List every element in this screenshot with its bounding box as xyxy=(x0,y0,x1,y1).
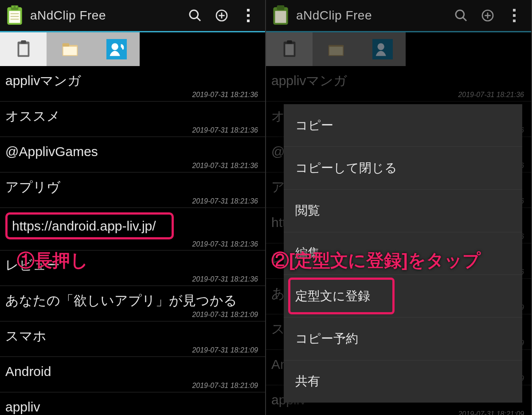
svg-point-24 xyxy=(456,10,464,19)
svg-rect-15 xyxy=(21,40,26,44)
svg-rect-2 xyxy=(11,5,19,10)
clip-timestamp: 2019-07-31 18:21:09 xyxy=(5,382,260,390)
clip-title: アプリヴ xyxy=(5,177,260,196)
clip-timestamp: 2019-07-31 18:21:36 xyxy=(5,162,260,170)
action-bar: aNdClip Free xyxy=(0,0,265,31)
tab-clipboard[interactable] xyxy=(266,32,313,66)
clip-timestamp: 2019-07-31 18:21:36 xyxy=(271,91,526,99)
svg-rect-31 xyxy=(287,40,292,44)
clip-title: あなたの「欲しいアプリ」が見つかる xyxy=(5,291,260,310)
menu-item-label: 定型文に登録 xyxy=(295,288,370,305)
tab-folder[interactable] xyxy=(47,32,93,66)
menu-item-label: コピーして閉じる xyxy=(295,160,397,176)
tab-contacts[interactable] xyxy=(93,32,140,66)
app-icon xyxy=(270,4,292,27)
list-item[interactable]: あなたの「欲しいアプリ」が見つかる 2019-07-31 18:21:09 xyxy=(0,286,265,321)
menu-item-label: コピー xyxy=(295,117,333,134)
svg-rect-33 xyxy=(329,47,343,55)
svg-rect-22 xyxy=(275,11,286,23)
clip-title: applivマンガ xyxy=(271,71,526,90)
menu-item-copy[interactable]: コピー xyxy=(284,104,522,147)
menu-item-view[interactable]: 閲覧 xyxy=(284,190,522,232)
menu-item-label: 編集 xyxy=(295,245,320,262)
list-item[interactable]: アプリヴ 2019-07-31 18:21:36 xyxy=(0,172,265,208)
list-item: applivマンガ 2019-07-31 18:21:36 xyxy=(266,66,531,102)
clip-title: オススメ xyxy=(5,106,260,125)
clip-timestamp: 2019-07-31 18:21:36 xyxy=(5,197,260,205)
tab-folder[interactable] xyxy=(313,32,359,66)
svg-point-35 xyxy=(377,43,384,50)
search-button[interactable] xyxy=(448,2,474,29)
svg-rect-14 xyxy=(19,44,27,55)
svg-point-8 xyxy=(190,10,198,19)
clip-title: Android xyxy=(5,362,260,381)
svg-rect-30 xyxy=(285,44,293,55)
list-item-highlighted[interactable]: https://android.app-liv.jp/ 2019-07-31 1… xyxy=(0,208,265,251)
tab-row xyxy=(0,32,265,66)
svg-rect-18 xyxy=(63,47,77,55)
svg-point-20 xyxy=(111,43,118,50)
app-title: aNdClip Free xyxy=(30,8,182,23)
tab-filler xyxy=(406,32,531,66)
menu-item-register-template[interactable]: 定型文に登録 xyxy=(284,275,522,317)
menu-item-copy-reserve[interactable]: コピー予約 xyxy=(284,317,522,360)
tab-contacts[interactable] xyxy=(359,32,406,66)
menu-item-copy-close[interactable]: コピーして閉じる xyxy=(284,147,522,189)
tab-filler xyxy=(140,32,265,66)
svg-point-4 xyxy=(16,6,17,8)
menu-item-edit[interactable]: 編集 xyxy=(284,232,522,275)
clip-list[interactable]: applivマンガ 2019-07-31 18:21:36 オススメ 2019-… xyxy=(0,66,265,415)
clip-timestamp: 2019-07-31 18:21:36 xyxy=(5,275,260,283)
svg-line-25 xyxy=(463,17,466,21)
screenshot-left: aNdClip Free xyxy=(0,0,266,415)
tab-clipboard[interactable] xyxy=(0,32,47,66)
list-item[interactable]: レビュー 2019-07-31 18:21:36 xyxy=(0,251,265,286)
menu-item-label: 閲覧 xyxy=(295,202,320,219)
search-button[interactable] xyxy=(182,2,208,29)
list-item[interactable]: Android 2019-07-31 18:21:09 xyxy=(0,357,265,392)
tab-row xyxy=(266,32,531,66)
overflow-menu-button[interactable] xyxy=(501,2,528,29)
clip-title: https://android.app-liv.jp/ xyxy=(5,212,174,239)
list-item[interactable]: オススメ 2019-07-31 18:21:36 xyxy=(0,102,265,137)
menu-item-share[interactable]: 共有 xyxy=(284,360,522,403)
clip-timestamp: 2019-07-31 18:21:36 xyxy=(5,91,260,99)
list-item[interactable]: @ApplivGames 2019-07-31 18:21:36 xyxy=(0,137,265,172)
svg-rect-17 xyxy=(62,43,69,47)
overflow-menu-button[interactable] xyxy=(235,2,262,29)
add-button[interactable] xyxy=(208,2,235,29)
context-menu: コピー コピーして閉じる 閲覧 編集 定型文に登録 コピー予約 共有 xyxy=(284,104,522,403)
screenshot-right: aNdClip Free appl xyxy=(266,0,532,415)
clip-title: スマホ xyxy=(5,326,260,345)
svg-rect-23 xyxy=(277,5,285,10)
list-item[interactable]: applivマンガ 2019-07-31 18:21:36 xyxy=(0,66,265,102)
menu-item-label: コピー予約 xyxy=(295,330,358,347)
action-bar: aNdClip Free xyxy=(266,0,531,31)
clip-timestamp: 2019-07-31 18:21:09 xyxy=(271,410,526,415)
clip-title: applivマンガ xyxy=(5,71,260,90)
svg-line-9 xyxy=(197,17,200,21)
menu-item-label: 共有 xyxy=(295,373,320,390)
clip-title: appliv xyxy=(5,397,260,415)
svg-point-3 xyxy=(12,6,14,8)
app-icon xyxy=(4,4,26,27)
add-button[interactable] xyxy=(474,2,501,29)
clip-timestamp: 2019-07-31 18:21:36 xyxy=(5,126,260,134)
clip-title: @ApplivGames xyxy=(5,142,260,161)
overflow-icon xyxy=(513,9,516,22)
clip-timestamp: 2019-07-31 18:21:36 xyxy=(5,240,260,248)
clip-title: レビュー xyxy=(5,255,260,274)
app-title: aNdClip Free xyxy=(296,8,448,23)
list-item[interactable]: appliv 2019-07-31 18:21:09 xyxy=(0,392,265,415)
clip-timestamp: 2019-07-31 18:21:09 xyxy=(5,346,260,354)
clip-timestamp: 2019-07-31 18:21:09 xyxy=(5,311,260,319)
list-item[interactable]: スマホ 2019-07-31 18:21:09 xyxy=(0,321,265,357)
overflow-icon xyxy=(247,9,250,22)
